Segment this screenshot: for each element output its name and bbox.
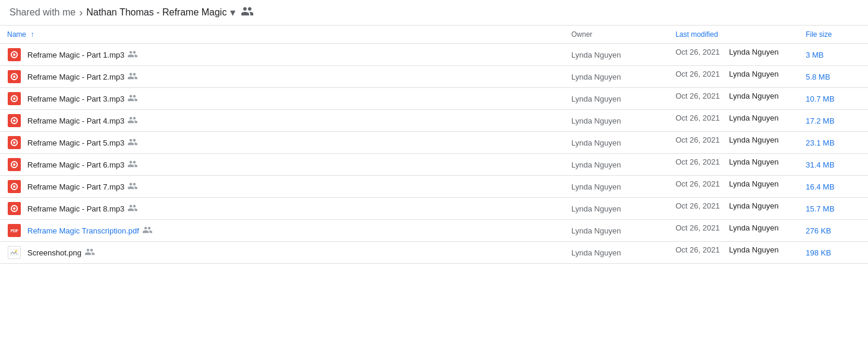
svg-point-15 [13, 207, 15, 210]
table-row[interactable]: Reframe Magic - Part 4.mp3 Lynda NguyenO… [0, 110, 868, 132]
modified-by: Lynda Nguyen [729, 70, 778, 78]
shared-people-icon [128, 182, 137, 191]
file-label: Reframe Magic - Part 3.mp3 [27, 94, 137, 103]
file-icon [7, 113, 21, 128]
table-row[interactable]: Reframe Magic - Part 2.mp3 Lynda NguyenO… [0, 66, 868, 88]
modified-date: Oct 26, 2021 [675, 91, 719, 100]
table-row[interactable]: PDF Reframe Magic Transcription.pdf Lynd… [0, 220, 868, 242]
column-last-modified[interactable]: Last modified [668, 26, 798, 44]
file-label: Reframe Magic - Part 4.mp3 [27, 116, 137, 125]
table-row[interactable]: Screenshot.png Lynda NguyenOct 26, 2021 … [0, 242, 868, 264]
size-cell: 276 KB [798, 220, 868, 242]
size-cell: 31.4 MB [798, 154, 868, 176]
table-header-row: Name ↑ Owner Last modified File size [0, 26, 868, 44]
modified-cell: Oct 26, 2021 Lynda Nguyen [668, 220, 798, 236]
file-label: Reframe Magic - Part 8.mp3 [27, 204, 137, 213]
file-name-cell: Reframe Magic - Part 4.mp3 [7, 113, 557, 128]
owner-cell: Lynda Nguyen [564, 44, 668, 66]
modified-cell: Oct 26, 2021 Lynda Nguyen [668, 88, 798, 104]
file-name-cell: Reframe Magic - Part 8.mp3 [7, 201, 557, 216]
file-name-cell: Screenshot.png [7, 245, 557, 260]
file-name: Screenshot.png [27, 248, 81, 257]
file-name-cell: Reframe Magic - Part 6.mp3 [7, 157, 557, 172]
column-file-size[interactable]: File size [798, 26, 868, 44]
file-label: Reframe Magic - Part 1.mp3 [27, 50, 137, 59]
file-icon [7, 157, 21, 172]
svg-point-1 [13, 53, 15, 56]
file-name: Reframe Magic - Part 7.mp3 [27, 182, 124, 191]
modified-date: Oct 26, 2021 [675, 223, 719, 232]
table-row[interactable]: Reframe Magic - Part 5.mp3 Lynda NguyenO… [0, 132, 868, 154]
shared-with-me-link[interactable]: Shared with me [10, 7, 76, 18]
mp3-icon [8, 180, 21, 193]
modified-by: Lynda Nguyen [729, 91, 778, 100]
svg-rect-16 [10, 249, 18, 256]
file-icon [7, 91, 21, 106]
file-name-cell: Reframe Magic - Part 2.mp3 [7, 70, 557, 84]
modified-cell: Oct 26, 2021 Lynda Nguyen [668, 44, 798, 60]
shared-people-icon [128, 204, 137, 213]
modified-by: Lynda Nguyen [729, 157, 778, 166]
modified-date: Oct 26, 2021 [675, 48, 719, 56]
owner-cell: Lynda Nguyen [564, 176, 668, 198]
modified-date: Oct 26, 2021 [675, 201, 719, 210]
mp3-icon [8, 136, 21, 149]
shared-people-icon [143, 226, 152, 235]
modified-date: Oct 26, 2021 [675, 135, 719, 144]
shared-people-icon [128, 138, 137, 147]
shared-people-icon [128, 50, 137, 59]
modified-date: Oct 26, 2021 [675, 157, 719, 166]
modified-date: Oct 26, 2021 [675, 113, 719, 122]
owner-cell: Lynda Nguyen [564, 242, 668, 264]
file-name-cell: Reframe Magic - Part 3.mp3 [7, 91, 557, 106]
file-icon: PDF [7, 223, 21, 238]
column-name[interactable]: Name ↑ [0, 26, 564, 44]
folder-dropdown-icon[interactable]: ▾ [230, 6, 235, 19]
modified-by: Lynda Nguyen [729, 245, 778, 254]
size-cell: 15.7 MB [798, 198, 868, 220]
modified-cell: Oct 26, 2021 Lynda Nguyen [668, 110, 798, 126]
file-name: Reframe Magic Transcription.pdf [27, 226, 139, 235]
svg-point-13 [13, 185, 15, 188]
file-icon [7, 135, 21, 150]
shared-people-icon [128, 160, 137, 169]
file-name-cell: Reframe Magic - Part 1.mp3 [7, 48, 557, 62]
modified-by: Lynda Nguyen [729, 179, 778, 188]
file-name: Reframe Magic - Part 6.mp3 [27, 160, 124, 169]
table-row[interactable]: Reframe Magic - Part 7.mp3 Lynda NguyenO… [0, 176, 868, 198]
shared-people-icon [128, 94, 137, 103]
file-label: Reframe Magic - Part 5.mp3 [27, 138, 137, 147]
breadcrumb: Shared with me › Nathan Thomas - Reframe… [0, 0, 868, 26]
mp3-icon [8, 114, 21, 127]
mp3-icon [8, 48, 21, 61]
size-cell: 3 MB [798, 44, 868, 66]
modified-by: Lynda Nguyen [729, 48, 778, 56]
modified-cell: Oct 26, 2021 Lynda Nguyen [668, 154, 798, 170]
modified-cell: Oct 26, 2021 Lynda Nguyen [668, 66, 798, 82]
size-cell: 17.2 MB [798, 110, 868, 132]
modified-by: Lynda Nguyen [729, 113, 778, 122]
table-row[interactable]: Reframe Magic - Part 1.mp3 Lynda NguyenO… [0, 44, 868, 66]
file-label: Reframe Magic - Part 6.mp3 [27, 160, 137, 169]
file-name: Reframe Magic - Part 2.mp3 [27, 72, 124, 81]
svg-point-17 [15, 250, 17, 252]
file-label: Reframe Magic Transcription.pdf [27, 226, 152, 235]
file-icon [7, 48, 21, 62]
modified-by: Lynda Nguyen [729, 223, 778, 232]
file-label: Reframe Magic - Part 7.mp3 [27, 182, 137, 191]
file-name-cell: Reframe Magic - Part 7.mp3 [7, 179, 557, 194]
size-cell: 198 KB [798, 242, 868, 264]
file-icon [7, 179, 21, 194]
table-row[interactable]: Reframe Magic - Part 3.mp3 Lynda NguyenO… [0, 88, 868, 110]
file-icon [7, 245, 21, 260]
file-icon [7, 201, 21, 216]
modified-cell: Oct 26, 2021 Lynda Nguyen [668, 176, 798, 192]
file-name: Reframe Magic - Part 1.mp3 [27, 50, 124, 59]
size-cell: 16.4 MB [798, 176, 868, 198]
modified-cell: Oct 26, 2021 Lynda Nguyen [668, 132, 798, 148]
breadcrumb-people-icon[interactable] [241, 7, 253, 19]
shared-people-icon [128, 116, 137, 125]
modified-cell: Oct 26, 2021 Lynda Nguyen [668, 242, 798, 258]
table-row[interactable]: Reframe Magic - Part 8.mp3 Lynda NguyenO… [0, 198, 868, 220]
table-row[interactable]: Reframe Magic - Part 6.mp3 Lynda NguyenO… [0, 154, 868, 176]
